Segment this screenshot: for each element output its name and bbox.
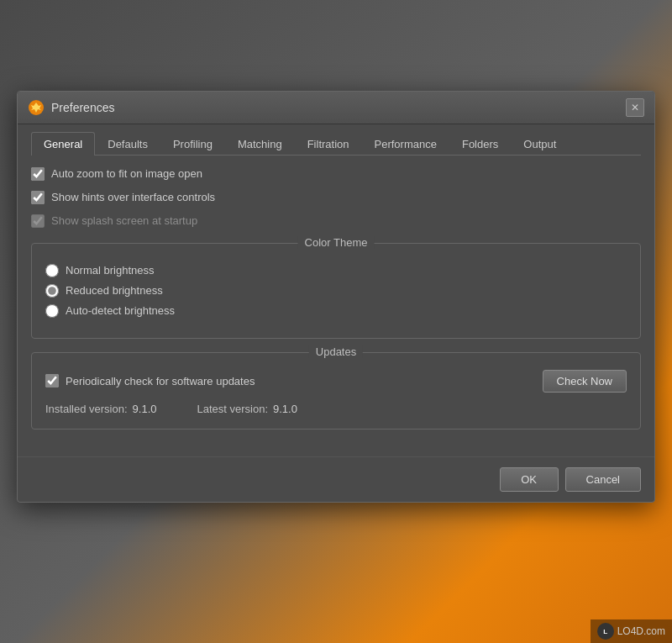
show-splash-row: Show splash screen at startup bbox=[31, 213, 641, 229]
normal-brightness-label[interactable]: Normal brightness bbox=[66, 264, 155, 277]
tab-output[interactable]: Output bbox=[511, 132, 569, 155]
dialog-title: Preferences bbox=[51, 101, 114, 114]
show-hints-label[interactable]: Show hints over interface controls bbox=[51, 191, 215, 203]
latest-version-label: Latest version: bbox=[197, 403, 268, 415]
tab-folders[interactable]: Folders bbox=[449, 132, 511, 155]
normal-brightness-radio[interactable] bbox=[45, 264, 59, 277]
tab-profiling[interactable]: Profiling bbox=[160, 132, 225, 155]
tab-performance[interactable]: Performance bbox=[362, 132, 449, 155]
title-bar: Preferences ✕ bbox=[18, 92, 654, 124]
updates-title: Updates bbox=[309, 345, 363, 358]
installed-version-value: 9.1.0 bbox=[133, 403, 157, 415]
installed-version-pair: Installed version: 9.1.0 bbox=[45, 403, 156, 415]
check-now-button[interactable]: Check Now bbox=[543, 370, 627, 393]
dialog-content: General Defaults Profiling Matching Filt… bbox=[18, 124, 654, 456]
show-hints-checkbox[interactable] bbox=[31, 191, 45, 204]
tabs-container: General Defaults Profiling Matching Filt… bbox=[31, 131, 641, 155]
show-splash-checkbox bbox=[31, 214, 45, 228]
auto-zoom-label[interactable]: Auto zoom to fit on image open bbox=[51, 167, 202, 180]
general-tab-content: Auto zoom to fit on image open Show hint… bbox=[31, 166, 641, 430]
color-theme-group: Color Theme Normal brightness Reduced br… bbox=[31, 243, 641, 339]
lo4d-logo-icon: L bbox=[597, 623, 614, 640]
version-row: Installed version: 9.1.0 Latest version:… bbox=[45, 403, 627, 415]
tab-defaults[interactable]: Defaults bbox=[95, 132, 160, 155]
watermark-text: LO4D.com bbox=[617, 625, 665, 637]
normal-brightness-row: Normal brightness bbox=[45, 264, 627, 277]
tab-filtration[interactable]: Filtration bbox=[295, 132, 362, 155]
auto-zoom-row: Auto zoom to fit on image open bbox=[31, 166, 641, 182]
auto-brightness-row: Auto-detect brightness bbox=[45, 304, 627, 318]
ok-button[interactable]: OK bbox=[500, 467, 559, 492]
title-bar-left: Preferences bbox=[28, 99, 114, 116]
cancel-button[interactable]: Cancel bbox=[565, 467, 641, 492]
check-periodically-row: Periodically check for software updates bbox=[45, 372, 255, 389]
auto-zoom-checkbox[interactable] bbox=[31, 167, 45, 181]
check-periodically-checkbox[interactable] bbox=[45, 374, 59, 387]
close-button[interactable]: ✕ bbox=[626, 98, 644, 117]
installed-version-label: Installed version: bbox=[45, 403, 128, 415]
latest-version-pair: Latest version: 9.1.0 bbox=[197, 403, 297, 415]
tab-matching[interactable]: Matching bbox=[225, 132, 295, 155]
preferences-dialog: Preferences ✕ General Defaults Profiling… bbox=[17, 91, 655, 503]
reduced-brightness-label[interactable]: Reduced brightness bbox=[66, 284, 163, 297]
dialog-footer: OK Cancel bbox=[18, 456, 654, 502]
tab-general[interactable]: General bbox=[31, 132, 95, 155]
app-icon bbox=[28, 99, 45, 116]
auto-brightness-label[interactable]: Auto-detect brightness bbox=[66, 304, 175, 317]
show-splash-label: Show splash screen at startup bbox=[51, 214, 197, 227]
show-hints-row: Show hints over interface controls bbox=[31, 189, 641, 206]
check-periodically-label[interactable]: Periodically check for software updates bbox=[66, 375, 255, 387]
updates-top-row: Periodically check for software updates … bbox=[45, 370, 627, 393]
reduced-brightness-row: Reduced brightness bbox=[45, 284, 627, 298]
color-theme-title: Color Theme bbox=[298, 236, 375, 249]
reduced-brightness-radio[interactable] bbox=[45, 284, 59, 298]
auto-brightness-radio[interactable] bbox=[45, 304, 59, 318]
updates-group: Updates Periodically check for software … bbox=[31, 352, 641, 430]
updates-inner: Periodically check for software updates … bbox=[45, 366, 627, 415]
latest-version-value: 9.1.0 bbox=[273, 403, 297, 415]
watermark: L LO4D.com bbox=[591, 619, 672, 643]
